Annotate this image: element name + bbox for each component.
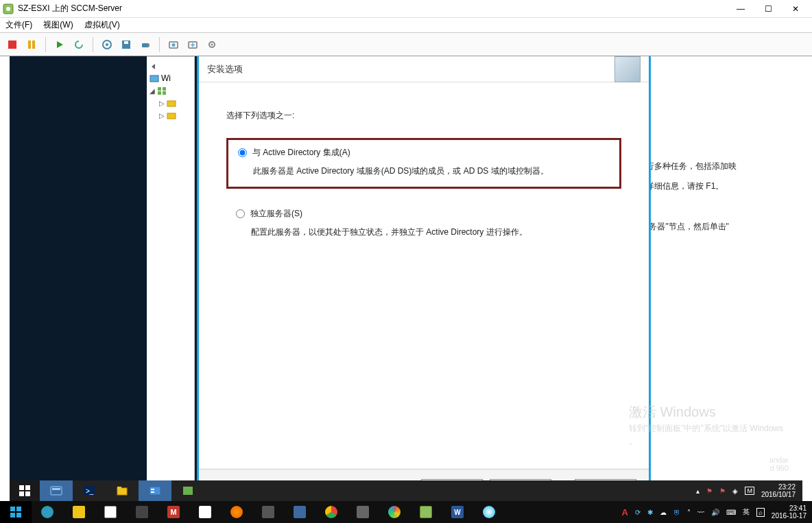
host-tray-lang[interactable]: 英	[743, 507, 750, 517]
svg-rect-23	[167, 101, 176, 106]
play-button[interactable]	[51, 36, 68, 53]
server-task-servermgr[interactable]	[40, 480, 73, 501]
svg-point-1	[6, 7, 10, 11]
host-task-app1[interactable]	[95, 501, 126, 523]
console-area: Wi ◢ ▷ ▷ 执行多种任务，包括添加映 关详细信息，请按 F1。 "服务器"…	[0, 56, 812, 501]
host-task-qq[interactable]	[473, 501, 505, 523]
host-clock[interactable]: 23:41 2016-10-17	[772, 504, 807, 520]
toolbar	[0, 33, 812, 56]
svg-rect-27	[19, 491, 24, 496]
pause-button[interactable]	[23, 36, 40, 53]
connect-floppy-button[interactable]	[118, 36, 134, 53]
host-task-chrome[interactable]	[315, 501, 347, 523]
server-start-button[interactable]	[10, 480, 40, 501]
svg-point-16	[211, 43, 213, 45]
host-task-sublime[interactable]	[126, 501, 158, 523]
option-standalone[interactable]: 独立服务器(S)	[236, 208, 621, 220]
nav-tree[interactable]: Wi ◢ ▷ ▷	[147, 56, 195, 496]
host-task-multicolor[interactable]	[379, 501, 410, 523]
host-task-edge[interactable]	[32, 501, 63, 523]
svg-marker-17	[152, 64, 155, 69]
svg-rect-4	[32, 40, 35, 49]
host-task-explorer[interactable]	[63, 501, 95, 523]
host-tray-search-icon[interactable]: ⌕	[756, 508, 765, 517]
option-ad-radio[interactable]	[238, 148, 247, 157]
svg-point-13	[172, 43, 176, 47]
server-clock[interactable]: 23:22 2016/10/17	[761, 483, 796, 498]
titlebar: SZ-ESXI 上的 SCCM-Server — ☐ ✕	[0, 0, 812, 18]
option-standalone-radio[interactable]	[236, 209, 245, 218]
svg-rect-21	[158, 91, 161, 95]
tray-flag1-icon[interactable]: ⚑	[706, 487, 713, 495]
menu-view[interactable]: 视图(W)	[43, 19, 73, 31]
tree-root[interactable]: Wi	[147, 72, 194, 84]
host-task-vsphere[interactable]	[410, 501, 442, 523]
host-tray-up-icon[interactable]: ˄	[687, 509, 691, 516]
tray-net-icon[interactable]: ◈	[732, 487, 738, 495]
host-tray-shield-icon[interactable]: ⛨	[673, 509, 680, 516]
host-taskbar[interactable]: M W A ⟳ ✱ ☁ ⛨ ˄ 〰 🔊 ⌨ 英 ⌕ 23:41 2016-10-…	[0, 501, 812, 523]
host-start-button[interactable]	[0, 501, 32, 523]
activation-watermark: 激活 Windows 转到"控制面板"中的"系统"以激活 Windows 。	[629, 403, 783, 448]
host-tray-a-icon[interactable]: A	[621, 507, 628, 518]
tray-flag2-icon[interactable]: ⚑	[719, 487, 726, 495]
build-info: andar d 960	[769, 456, 789, 472]
host-task-java[interactable]	[189, 501, 221, 523]
svg-rect-3	[28, 40, 31, 49]
svg-rect-18	[150, 75, 158, 82]
menu-file[interactable]: 文件(F)	[5, 19, 32, 31]
connect-usb-button[interactable]	[137, 36, 154, 53]
tree-node-3[interactable]: ▷	[147, 109, 194, 121]
close-button[interactable]: ✕	[782, 0, 809, 18]
svg-marker-5	[57, 41, 63, 48]
connect-cd-button[interactable]	[99, 36, 115, 53]
host-tray-bt-icon[interactable]: ✱	[647, 509, 653, 516]
host-task-word[interactable]: W	[442, 501, 473, 523]
svg-rect-19	[158, 87, 161, 91]
svg-rect-20	[163, 87, 166, 91]
option-ad[interactable]: 与 Active Directory 集成(A)	[238, 147, 610, 159]
host-tray-wifi-icon[interactable]: 〰	[697, 509, 704, 516]
tray-up-icon[interactable]: ▴	[696, 487, 700, 495]
stop-button[interactable]	[4, 36, 21, 53]
server-taskbar[interactable]: >_ ▴ ⚑ ⚑ ◈ M 23:22 2016/10/17	[10, 480, 802, 501]
host-tray-cloud-icon[interactable]: ☁	[660, 509, 667, 516]
tree-node-2[interactable]: ▷	[147, 97, 194, 109]
server-task-explorer[interactable]	[106, 480, 139, 501]
host-task-app2[interactable]	[252, 501, 284, 523]
svg-rect-40	[16, 507, 21, 511]
menu-vm[interactable]: 虚拟机(V)	[84, 19, 120, 31]
tray-ime-icon[interactable]: M	[745, 487, 754, 495]
host-task-m[interactable]: M	[158, 501, 189, 523]
svg-rect-42	[16, 513, 21, 518]
menubar: 文件(F) 视图(W) 虚拟机(V)	[0, 18, 812, 33]
server-task-powershell[interactable]: >_	[73, 480, 106, 501]
svg-rect-28	[25, 491, 30, 496]
svg-rect-2	[8, 40, 16, 49]
refresh-button[interactable]	[71, 36, 87, 53]
servermgr-hint: 执行多种任务，包括添加映 关详细信息，请按 F1。 "服务器"节点，然后单击"	[638, 156, 789, 236]
host-task-app4[interactable]	[347, 501, 379, 523]
host-tray-kb-icon[interactable]: ⌨	[726, 509, 736, 516]
snapshot-button[interactable]	[165, 36, 182, 53]
svg-rect-36	[151, 489, 154, 490]
install-options-dialog: 安装选项 选择下列选项之一: 与 Active Directory 集成(A) …	[197, 56, 651, 508]
server-tray[interactable]: ▴ ⚑ ⚑ ◈ M 23:22 2016/10/17	[689, 483, 802, 498]
snapshot-manage-button[interactable]	[184, 36, 201, 53]
svg-rect-24	[167, 113, 176, 119]
host-task-firefox[interactable]	[221, 501, 252, 523]
server-task-green[interactable]	[171, 480, 204, 501]
host-tray-sync-icon[interactable]: ⟳	[635, 509, 641, 516]
option-ad-highlight: 与 Active Directory 集成(A) 此服务器是 Active Di…	[226, 138, 621, 189]
server-task-dialog[interactable]	[139, 480, 171, 501]
svg-rect-22	[163, 91, 166, 95]
minimize-button[interactable]: —	[727, 0, 754, 18]
svg-rect-34	[117, 487, 121, 489]
host-task-app3[interactable]	[284, 501, 315, 523]
host-tray[interactable]: A ⟳ ✱ ☁ ⛨ ˄ 〰 🔊 ⌨ 英 ⌕ 23:41 2016-10-17	[616, 504, 812, 520]
tree-scroll-left[interactable]	[147, 61, 194, 72]
settings-button[interactable]	[204, 36, 220, 53]
host-tray-vol-icon[interactable]: 🔊	[711, 509, 719, 516]
maximize-button[interactable]: ☐	[754, 0, 782, 18]
tree-node-1[interactable]: ◢	[147, 84, 194, 97]
